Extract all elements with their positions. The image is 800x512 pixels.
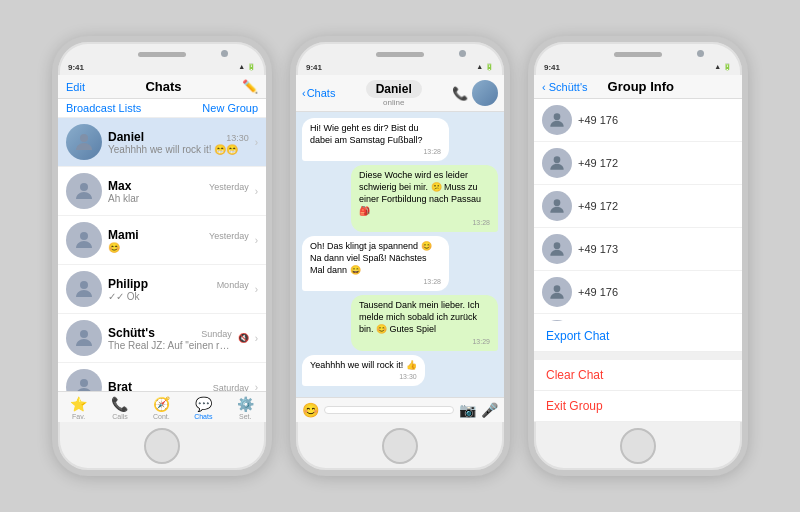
home-button-2[interactable] [382, 428, 418, 464]
chat-time-max: Yesterday [209, 182, 249, 192]
avatar-mami [66, 222, 102, 258]
member-number-5: +49 176 [578, 286, 618, 298]
chat-item-daniel[interactable]: Daniel 13:30 Yeahhhh we will rock it! 😁😁… [58, 118, 266, 167]
chat-name-row-mami: Mami Yesterday [108, 228, 249, 242]
status-bar-1: 9:41 ▲ 🔋 [58, 59, 266, 75]
member-number-2: +49 172 [578, 157, 618, 169]
chat-time-brat: Saturday [213, 383, 249, 391]
chat-list: Daniel 13:30 Yeahhhh we will rock it! 😁😁… [58, 118, 266, 391]
chevron-icon-daniel: › [255, 137, 258, 148]
status-icons-1: ▲ 🔋 [238, 63, 256, 71]
tab-settings[interactable]: ⚙️ Set. [237, 396, 254, 420]
svg-point-9 [554, 242, 561, 249]
camera-2 [459, 50, 466, 57]
member-avatar-1 [542, 105, 572, 135]
member-4[interactable]: +49 173 [534, 228, 742, 271]
avatar-max [66, 173, 102, 209]
member-3[interactable]: +49 172 [534, 185, 742, 228]
member-avatar-3 [542, 191, 572, 221]
avatar-small[interactable] [472, 80, 498, 106]
group-back-btn[interactable]: ‹ Schütt's [542, 81, 588, 93]
time-1: 9:41 [68, 63, 84, 72]
chat-info-brat: Brat Saturday [108, 380, 249, 391]
member-2[interactable]: +49 172 [534, 142, 742, 185]
svg-point-0 [80, 134, 88, 142]
phones-container: 9:41 ▲ 🔋 Edit Chats ✏️ Broadcast Lists N… [52, 36, 748, 476]
chat-name-row-max: Max Yesterday [108, 179, 249, 193]
svg-point-7 [554, 156, 561, 163]
msg-4-text: Tausend Dank mein lieber. Ich melde mich… [359, 300, 480, 333]
chat-time-daniel: 13:30 [226, 133, 249, 143]
chats-icon: 💬 [195, 396, 212, 412]
exit-group-btn[interactable]: Exit Group [534, 391, 742, 422]
member-1[interactable]: +49 176 [534, 99, 742, 142]
speaker-3 [614, 52, 662, 57]
chat-item-mami[interactable]: Mami Yesterday 😊 › [58, 216, 266, 265]
member-avatar-5 [542, 277, 572, 307]
emoji-icon[interactable]: 😊 [302, 402, 319, 418]
chat-preview-philipp: ✓✓ Ok [108, 291, 249, 302]
chat-name-schutts: Schütt's [108, 326, 155, 340]
chat-name-brat: Brat [108, 380, 132, 391]
compose-icon[interactable]: ✏️ [242, 79, 258, 94]
speaker [138, 52, 186, 57]
home-button-1[interactable] [144, 428, 180, 464]
member-number-1: +49 176 [578, 114, 618, 126]
tab-settings-label: Set. [239, 413, 251, 420]
svg-point-2 [80, 232, 88, 240]
new-group-btn[interactable]: New Group [202, 102, 258, 114]
camera [221, 50, 228, 57]
broadcast-lists-btn[interactable]: Broadcast Lists [66, 102, 141, 114]
export-chat-btn[interactable]: Export Chat [534, 321, 742, 352]
chat-preview-schutts: The Real JZ: Auf "einen rum" [108, 340, 232, 351]
chat-name-row-philipp: Philipp Monday [108, 277, 249, 291]
sub-nav: Broadcast Lists New Group [58, 99, 266, 118]
mic-icon[interactable]: 🎤 [481, 402, 498, 418]
msg-1-text: Hi! Wie geht es dir? Bist du dabei am Sa… [310, 123, 423, 145]
member-avatar-4 [542, 234, 572, 264]
chat-item-philipp[interactable]: Philipp Monday ✓✓ Ok › [58, 265, 266, 314]
chevron-icon-max: › [255, 186, 258, 197]
chat-input[interactable] [324, 406, 454, 414]
chat-item-schutts[interactable]: Schütt's Sunday The Real JZ: Auf "einen … [58, 314, 266, 363]
chevron-icon-brat: › [255, 382, 258, 392]
chat-item-brat[interactable]: Brat Saturday › [58, 363, 266, 391]
chat-nav: ‹ Chats Daniel online 📞 [296, 75, 504, 112]
star-icon: ⭐ [70, 396, 87, 412]
chat-info-max: Max Yesterday Ah klar [108, 179, 249, 204]
status-bar-3: 9:41 ▲ 🔋 [534, 59, 742, 75]
clear-chat-btn[interactable]: Clear Chat [534, 360, 742, 391]
contact-name: Daniel [366, 80, 422, 98]
camera-input-icon[interactable]: 📷 [459, 402, 476, 418]
chat-info-philipp: Philipp Monday ✓✓ Ok [108, 277, 249, 302]
tab-calls[interactable]: 📞 Calls [111, 396, 128, 420]
back-btn[interactable]: ‹ Chats [302, 87, 335, 99]
tab-chats[interactable]: 💬 Chats [194, 396, 212, 420]
svg-point-10 [554, 285, 561, 292]
tab-contacts-label: Cont. [153, 413, 170, 420]
tab-contacts[interactable]: 🧭 Cont. [153, 396, 170, 420]
msg-5: Yeahhhh we will rock it! 👍 13:30 [302, 355, 425, 387]
chat-preview-max: Ah klar [108, 193, 249, 204]
chat-item-max[interactable]: Max Yesterday Ah klar › [58, 167, 266, 216]
avatar-schutts [66, 320, 102, 356]
msg-3: Oh! Das klingt ja spannend 😊 Na dann vie… [302, 236, 449, 291]
msg-2-time: 13:28 [359, 218, 490, 227]
contacts-icon: 🧭 [153, 396, 170, 412]
home-button-3[interactable] [620, 428, 656, 464]
time-2: 9:41 [306, 63, 322, 72]
chat-info-mami: Mami Yesterday 😊 [108, 228, 249, 253]
nav-bar-1: Edit Chats ✏️ [58, 75, 266, 99]
status-bar-2: 9:41 ▲ 🔋 [296, 59, 504, 75]
action-section: Export Chat Clear Chat Exit Group [534, 321, 742, 422]
call-icon[interactable]: 📞 [452, 86, 468, 101]
member-6[interactable]: +49 179 [534, 314, 742, 321]
member-5[interactable]: +49 176 [534, 271, 742, 314]
edit-btn[interactable]: Edit [66, 81, 85, 93]
messages-area: Hi! Wie geht es dir? Bist du dabei am Sa… [296, 112, 504, 397]
avatar-daniel [66, 124, 102, 160]
msg-4: Tausend Dank mein lieber. Ich melde mich… [351, 295, 498, 350]
tab-favorites[interactable]: ⭐ Fav. [70, 396, 87, 420]
phone-3: 9:41 ▲ 🔋 ‹ Schütt's Group Info [528, 36, 748, 476]
msg-1: Hi! Wie geht es dir? Bist du dabei am Sa… [302, 118, 449, 161]
